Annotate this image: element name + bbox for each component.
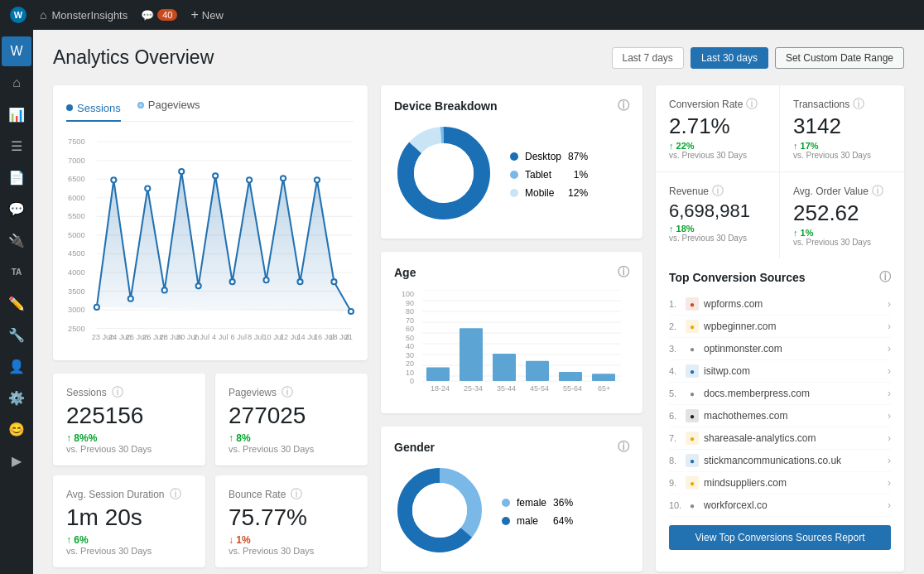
svg-point-23 (111, 177, 116, 182)
sessions-prev: vs. Previous 30 Days (66, 444, 192, 454)
source-item[interactable]: 6. ● machothemes.com › (669, 405, 891, 427)
sidebar-icon-plugin[interactable]: 🔌 (2, 225, 31, 255)
sidebar-icon-tools[interactable]: ✏️ (2, 288, 31, 318)
svg-text:7000: 7000 (68, 157, 84, 165)
btn-last7days[interactable]: Last 7 days (612, 47, 684, 69)
source-num: 9. (669, 478, 686, 488)
source-item[interactable]: 4. ● isitwp.com › (669, 360, 891, 383)
device-donut-section: Desktop 87% Tablet 1% Mobile (394, 123, 629, 225)
gender-info-icon[interactable]: ⓘ (618, 440, 629, 455)
conversion-value: 2.71% (669, 113, 766, 139)
source-num: 4. (669, 366, 686, 376)
view-report-button[interactable]: View Top Conversions Sources Report (669, 525, 891, 550)
source-item[interactable]: 7. ● shareasale-analytics.com › (669, 427, 891, 450)
sessions-stat: Sessions ⓘ 225156 ↑ 8%% vs. Previous 30 … (53, 374, 205, 465)
pageviews-info-icon[interactable]: ⓘ (282, 385, 293, 400)
sidebar: W ⌂ 📊 ☰ 📄 💬 🔌 TA ✏️ 🔧 👤 ⚙️ 😊 ▶ (0, 30, 33, 574)
source-chevron-icon: › (888, 432, 891, 444)
source-item[interactable]: 9. ● mindsuppliers.com › (669, 472, 891, 494)
svg-text:2 Jul: 2 Jul (194, 333, 209, 341)
page-title: Analytics Overview (53, 46, 214, 69)
source-chevron-icon: › (888, 298, 891, 310)
transactions-change: ↑ 17% (793, 141, 891, 151)
source-item[interactable]: 5. ● docs.memberpress.com › (669, 383, 891, 405)
svg-text:8 Jul: 8 Jul (248, 333, 263, 341)
gender-card: Gender ⓘ (381, 427, 642, 572)
avg-session-info-icon[interactable]: ⓘ (170, 487, 181, 502)
svg-point-34 (297, 279, 302, 284)
age-bar-chart: 18-24 25-34 35-44 45-54 55-64 65+ (414, 290, 629, 398)
age-info-icon[interactable]: ⓘ (618, 265, 629, 280)
sidebar-icon-pages[interactable]: 📄 (2, 162, 31, 192)
revenue-info-icon[interactable]: ⓘ (712, 184, 724, 199)
sessions-label: Sessions ⓘ (66, 385, 192, 400)
source-item[interactable]: 1. ● wpforms.com › (669, 293, 891, 316)
sidebar-icon-chat[interactable]: 💬 (2, 194, 31, 224)
female-pct: 36% (553, 497, 573, 509)
avg-order-info-icon[interactable]: ⓘ (872, 184, 883, 199)
svg-text:35-44: 35-44 (497, 384, 516, 393)
sidebar-icon-settings[interactable]: ⚙️ (2, 383, 31, 412)
sessions-chart-card: Sessions Pageviews 7500 7000 6500 (53, 85, 368, 360)
source-favicon: ● (686, 409, 699, 422)
sidebar-icon-ta[interactable]: TA (2, 257, 31, 287)
nav-new[interactable]: + New (190, 7, 223, 22)
device-breakdown-card: Device Breakdown ⓘ (381, 85, 642, 239)
wp-logo[interactable]: W (10, 7, 26, 23)
source-name: docs.memberpress.com (704, 388, 888, 399)
svg-text:3000: 3000 (68, 306, 84, 314)
svg-text:7500: 7500 (68, 137, 84, 146)
conversion-rate-box: Conversion Rate ⓘ 2.71% ↑ 22% vs. Previo… (656, 85, 780, 171)
svg-text:5000: 5000 (68, 231, 84, 239)
tab-sessions-label: Sessions (77, 102, 121, 114)
source-item[interactable]: 3. ● optinmonster.com › (669, 338, 891, 360)
sidebar-icon-smile[interactable]: 😊 (2, 414, 31, 444)
bounce-rate-stat: Bounce Rate ⓘ 75.77% ↓ 1% vs. Previous 3… (215, 475, 368, 567)
source-item[interactable]: 8. ● stickmancommunications.co.uk › (669, 450, 891, 472)
age-card: Age ⓘ 10090807060 50403020100 (381, 252, 642, 413)
sidebar-icon-wp[interactable]: W (2, 36, 31, 66)
tab-sessions[interactable]: Sessions (66, 99, 121, 122)
btn-custom-date[interactable]: Set Custom Date Range (775, 47, 904, 69)
sources-info-icon[interactable]: ⓘ (879, 270, 891, 285)
device-legend: Desktop 87% Tablet 1% Mobile (510, 151, 588, 199)
source-name: workforcexl.co (704, 499, 888, 511)
svg-point-24 (128, 297, 133, 301)
revenue-box: Revenue ⓘ 6,698,981 ↑ 18% vs. Previous 3… (656, 171, 780, 258)
btn-last30days[interactable]: Last 30 days (691, 47, 768, 69)
source-num: 6. (669, 411, 686, 421)
sidebar-icon-home[interactable]: ⌂ (2, 68, 31, 98)
tab-pageviews[interactable]: Pageviews (137, 99, 200, 114)
nav-comments[interactable]: 💬 40 (141, 9, 177, 22)
conversion-prev: vs. Previous 30 Days (669, 151, 766, 160)
bounce-info-icon[interactable]: ⓘ (291, 487, 302, 502)
transactions-info-icon[interactable]: ⓘ (853, 97, 864, 112)
avg-session-stat: Avg. Session Duration ⓘ 1m 20s ↑ 6% vs. … (53, 475, 205, 567)
svg-text:65+: 65+ (598, 384, 610, 393)
sidebar-icon-user[interactable]: 👤 (2, 351, 31, 381)
gender-donut (394, 465, 485, 558)
nav-site[interactable]: ⌂ MonsterInsights (40, 8, 128, 22)
transactions-prev: vs. Previous 30 Days (793, 151, 891, 160)
svg-rect-70 (493, 354, 516, 381)
source-num: 1. (669, 299, 686, 309)
sidebar-icon-wrench[interactable]: 🔧 (2, 320, 31, 350)
sidebar-icon-list[interactable]: ☰ (2, 131, 31, 161)
bounce-value: 75.77% (229, 505, 354, 531)
transactions-box: Transactions ⓘ 3142 ↑ 17% vs. Previous 3… (780, 85, 904, 171)
svg-point-27 (179, 169, 184, 174)
source-favicon: ● (686, 499, 699, 512)
sessions-info-icon[interactable]: ⓘ (112, 385, 123, 400)
svg-point-82 (412, 483, 467, 538)
age-chart: 10090807060 50403020100 (394, 290, 629, 400)
sidebar-icon-play[interactable]: ▶ (2, 446, 31, 475)
source-item[interactable]: 2. ● wpbeginner.com › (669, 316, 891, 338)
comment-icon: 💬 (141, 9, 154, 22)
source-item[interactable]: 10. ● workforcexl.co › (669, 494, 891, 517)
desktop-dot (510, 152, 518, 161)
mobile-dot (510, 189, 518, 197)
sidebar-icon-charts[interactable]: 📊 (2, 99, 31, 129)
device-info-icon[interactable]: ⓘ (618, 99, 629, 113)
conversion-info-icon[interactable]: ⓘ (746, 97, 758, 112)
age-title: Age ⓘ (394, 265, 629, 280)
